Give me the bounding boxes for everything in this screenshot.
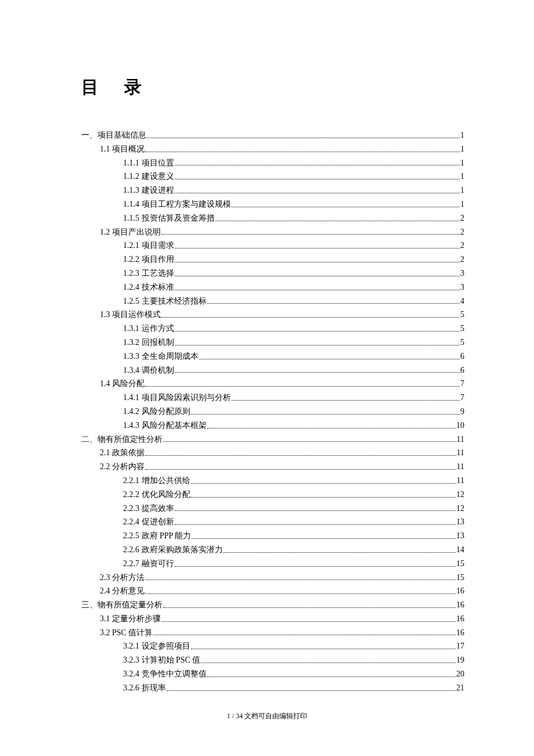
toc-label: 2.4 分析意见 bbox=[100, 584, 145, 598]
toc-label: 1.4.3 风险分配基本框架 bbox=[123, 419, 207, 433]
toc-label: 1.1.1 项目位置 bbox=[123, 156, 174, 170]
toc-label: 2.3 分析方法 bbox=[100, 571, 145, 585]
toc-page-number: 14 bbox=[456, 543, 464, 557]
toc-entry: 1.2 项目产出说明2 bbox=[81, 225, 464, 239]
toc-label: 1.2.3 工艺选择 bbox=[123, 267, 174, 280]
toc-page-number: 13 bbox=[456, 515, 464, 529]
toc-label: 1.3 项目运作模式 bbox=[100, 308, 161, 322]
toc-entry: 2.2.3 提高效率12 bbox=[81, 502, 464, 516]
toc-label: 1.1.2 建设意义 bbox=[123, 170, 174, 183]
toc-leader-dots bbox=[223, 552, 456, 553]
table-of-contents: 一、项目基础信息11.1 项目概况11.1.1 项目位置11.1.2 建设意义1… bbox=[81, 128, 464, 695]
toc-page-number: 11 bbox=[457, 474, 464, 488]
toc-leader-dots bbox=[175, 248, 460, 249]
toc-label: 1.3.3 全生命周期成本 bbox=[123, 350, 199, 363]
toc-entry: 1.1 项目概况1 bbox=[81, 142, 464, 156]
toc-entry: 3.2 PSC 值计算16 bbox=[81, 626, 464, 640]
toc-label: 3.2.4 竞争性中立调整值 bbox=[123, 667, 207, 681]
toc-page-number: 13 bbox=[456, 529, 464, 543]
toc-entry: 1.2.4 技术标准3 bbox=[81, 280, 464, 294]
toc-entry: 1.1.2 建设意义1 bbox=[81, 170, 464, 183]
toc-leader-dots bbox=[163, 441, 456, 442]
toc-entry: 2.4 分析意见16 bbox=[81, 584, 464, 598]
toc-label: 2.2.4 促进创新 bbox=[123, 515, 174, 529]
toc-page-number: 7 bbox=[460, 377, 464, 391]
toc-entry: 3.1 定量分析步骤16 bbox=[81, 612, 464, 626]
toc-entry: 1.1.5 投资估算及资金筹措2 bbox=[81, 211, 464, 225]
document-page: 目 录 一、项目基础信息11.1 项目概况11.1.1 项目位置11.1.2 建… bbox=[0, 0, 534, 718]
toc-page-number: 1 bbox=[460, 183, 464, 197]
toc-entry: 1.4.1 项目风险因素识别与分析7 bbox=[81, 391, 464, 405]
toc-label: 1.3.2 回报机制 bbox=[123, 336, 174, 350]
toc-label: 1.2 项目产出说明 bbox=[100, 225, 161, 239]
toc-leader-dots bbox=[175, 276, 460, 276]
toc-leader-dots bbox=[199, 359, 460, 359]
toc-leader-dots bbox=[161, 234, 460, 235]
toc-entry: 1.4.2 风险分配原则9 bbox=[81, 405, 464, 419]
toc-leader-dots bbox=[175, 290, 460, 290]
toc-leader-dots bbox=[145, 593, 456, 594]
toc-entry: 1.3.3 全生命周期成本6 bbox=[81, 350, 464, 363]
toc-page-number: 15 bbox=[456, 571, 464, 585]
toc-leader-dots bbox=[207, 303, 460, 304]
toc-leader-dots bbox=[167, 690, 456, 691]
toc-label: 3.2.3 计算初始 PSC 值 bbox=[123, 653, 200, 667]
toc-leader-dots bbox=[191, 414, 460, 415]
toc-entry: 三、物有所值定量分析16 bbox=[81, 598, 464, 612]
toc-label: 1.4.2 风险分配原则 bbox=[123, 405, 190, 419]
toc-label: 2.2.7 融资可行 bbox=[123, 557, 174, 571]
toc-page-number: 5 bbox=[460, 308, 464, 322]
toc-page-number: 19 bbox=[456, 653, 464, 667]
toc-page-number: 2 bbox=[460, 239, 464, 253]
toc-label: 2.2.1 增加公共供给 bbox=[123, 474, 190, 488]
toc-page-number: 2 bbox=[460, 211, 464, 225]
toc-entry: 1.4.3 风险分配基本框架10 bbox=[81, 419, 464, 433]
toc-leader-dots bbox=[163, 607, 456, 608]
toc-entry: 2.2.2 优化风险分配12 bbox=[81, 488, 464, 502]
toc-page-number: 16 bbox=[456, 598, 464, 612]
toc-leader-dots bbox=[207, 428, 456, 429]
toc-label: 3.2 PSC 值计算 bbox=[100, 626, 153, 640]
toc-page-number: 21 bbox=[456, 681, 464, 695]
toc-label: 1.2.1 项目需求 bbox=[123, 239, 174, 253]
toc-leader-dots bbox=[175, 165, 460, 165]
toc-page-number: 1 bbox=[460, 170, 464, 183]
toc-label: 3.1 定量分析步骤 bbox=[100, 612, 161, 626]
toc-leader-dots bbox=[232, 400, 460, 401]
toc-entry: 一、项目基础信息1 bbox=[81, 128, 464, 142]
toc-leader-dots bbox=[145, 152, 460, 152]
toc-leader-dots bbox=[192, 538, 456, 539]
toc-page-number: 17 bbox=[456, 639, 464, 653]
toc-page-number: 12 bbox=[456, 502, 464, 516]
toc-leader-dots bbox=[201, 663, 456, 663]
toc-label: 二、物有所值定性分析 bbox=[81, 433, 163, 447]
toc-page-number: 10 bbox=[456, 419, 464, 433]
toc-leader-dots bbox=[175, 345, 460, 345]
toc-leader-dots bbox=[145, 469, 456, 470]
toc-label: 1.3.1 运作方式 bbox=[123, 322, 174, 336]
toc-entry: 1.1.1 项目位置1 bbox=[81, 156, 464, 170]
toc-entry: 1.2.2 项目作用2 bbox=[81, 253, 464, 267]
toc-page-number: 9 bbox=[460, 405, 464, 419]
toc-entry: 2.2.7 融资可行15 bbox=[81, 557, 464, 571]
toc-entry: 1.3.2 回报机制5 bbox=[81, 336, 464, 350]
toc-entry: 3.2.6 折现率21 bbox=[81, 681, 464, 695]
page-title: 目 录 bbox=[81, 75, 464, 99]
toc-page-number: 20 bbox=[456, 667, 464, 681]
toc-leader-dots bbox=[175, 262, 460, 262]
toc-entry: 2.3 分析方法15 bbox=[81, 571, 464, 585]
toc-entry: 2.2 分析内容11 bbox=[81, 460, 464, 474]
toc-entry: 1.3.1 运作方式5 bbox=[81, 322, 464, 336]
toc-label: 2.2.2 优化风险分配 bbox=[123, 488, 190, 502]
toc-entry: 3.2.1 设定参照项目17 bbox=[81, 639, 464, 653]
toc-entry: 1.2.1 项目需求2 bbox=[81, 239, 464, 253]
toc-label: 一、项目基础信息 bbox=[81, 128, 146, 142]
toc-label: 3.2.6 折现率 bbox=[123, 681, 166, 695]
toc-label: 3.2.1 设定参照项目 bbox=[123, 639, 190, 653]
toc-entry: 1.3.4 调价机制6 bbox=[81, 363, 464, 377]
toc-leader-dots bbox=[145, 579, 456, 580]
toc-label: 2.1 政策依据 bbox=[100, 446, 145, 460]
toc-leader-dots bbox=[175, 372, 460, 373]
toc-entry: 1.1.4 项目工程方案与建设规模1 bbox=[81, 197, 464, 211]
toc-label: 1.1.5 投资估算及资金筹措 bbox=[123, 211, 215, 225]
